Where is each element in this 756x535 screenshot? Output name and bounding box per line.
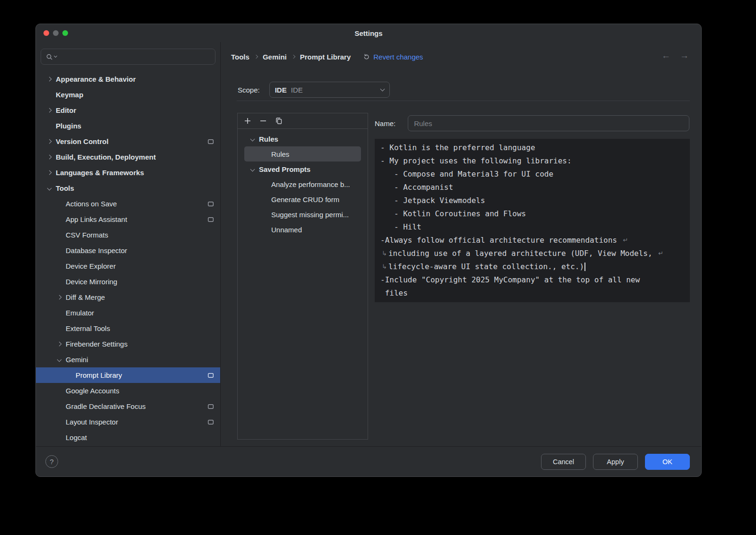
- settings-content: Tools Gemini Prompt Library Revert chang…: [221, 42, 701, 446]
- prompt-item-suggest-missing-permi[interactable]: Suggest missing permi...: [238, 207, 368, 222]
- chevron-slot: [48, 155, 56, 159]
- sidebar-item-version-control[interactable]: Version Control: [36, 134, 220, 149]
- chevron-down-icon[interactable]: [251, 168, 259, 171]
- breadcrumb-gemini[interactable]: Gemini: [263, 53, 287, 61]
- sidebar-item-csv-formats[interactable]: CSV Formats: [36, 227, 220, 243]
- forward-icon[interactable]: →: [680, 51, 689, 61]
- cancel-button[interactable]: Cancel: [541, 454, 586, 470]
- breadcrumb-prompt-library: Prompt Library: [300, 53, 351, 61]
- sidebar-item-label: Prompt Library: [76, 371, 122, 379]
- sidebar-item-label: Database Inspector: [66, 246, 127, 255]
- monitor-icon: [207, 217, 214, 222]
- settings-search[interactable]: [41, 49, 215, 65]
- sidebar-item-gradle-declarative-focus[interactable]: Gradle Declarative Focus: [36, 399, 220, 414]
- help-button[interactable]: ?: [45, 455, 58, 468]
- prompt-item-saved-prompts[interactable]: Saved Prompts: [238, 161, 368, 177]
- sidebar-item-keymap[interactable]: Keymap: [36, 87, 220, 102]
- sidebar-item-appearance-behavior[interactable]: Appearance & Behavior: [36, 71, 220, 87]
- prompt-item-unnamed[interactable]: Unnamed: [238, 222, 368, 237]
- breadcrumb-separator-icon: [254, 55, 258, 59]
- sidebar-item-device-mirroring[interactable]: Device Mirroring: [36, 274, 220, 289]
- sidebar-item-label: Appearance & Behavior: [56, 75, 136, 83]
- soft-wrap-icon: ↳: [382, 260, 387, 273]
- remove-icon[interactable]: [258, 116, 268, 126]
- ok-button[interactable]: OK: [645, 454, 690, 470]
- sidebar-item-external-tools[interactable]: External Tools: [36, 321, 220, 336]
- sidebar-item-emulator[interactable]: Emulator: [36, 305, 220, 321]
- sidebar-item-device-explorer[interactable]: Device Explorer: [36, 258, 220, 274]
- chevron-right-icon[interactable]: [47, 77, 52, 82]
- prompt-item-analyze-performance-b[interactable]: Analyze performance b...: [238, 177, 368, 192]
- chevron-down-icon[interactable]: [57, 357, 62, 362]
- monitor-icon: [207, 404, 214, 409]
- sidebar-item-app-links-assistant[interactable]: App Links Assistant: [36, 212, 220, 227]
- prompt-item-label: Unnamed: [271, 226, 302, 234]
- sidebar-item-label: Emulator: [66, 309, 94, 317]
- chevron-slot: [58, 342, 66, 346]
- sidebar-item-plugins[interactable]: Plugins: [36, 118, 220, 134]
- sidebar-item-build-execution-deployment[interactable]: Build, Execution, Deployment: [36, 149, 220, 165]
- revert-changes-link[interactable]: Revert changes: [363, 53, 423, 61]
- chevron-down-icon[interactable]: [47, 186, 52, 191]
- sidebar-item-layout-inspector[interactable]: Layout Inspector: [36, 414, 220, 430]
- search-input[interactable]: [58, 53, 210, 60]
- prompt-item-label: Saved Prompts: [259, 165, 310, 173]
- breadcrumb-tools[interactable]: Tools: [231, 53, 249, 61]
- close-button[interactable]: [43, 30, 49, 36]
- zoom-button[interactable]: [62, 30, 68, 36]
- chevron-right-icon[interactable]: [47, 139, 52, 144]
- chevron-right-icon[interactable]: [47, 155, 52, 160]
- apply-button[interactable]: Apply: [593, 454, 638, 470]
- prompt-list-panel: RulesRulesSaved PromptsAnalyze performan…: [237, 113, 368, 440]
- editor-line: ↳including use of a layered architecture…: [380, 247, 684, 260]
- name-input[interactable]: [408, 115, 689, 131]
- sidebar-item-label: App Links Assistant: [66, 215, 127, 223]
- prompt-item-rules[interactable]: Rules: [244, 146, 361, 161]
- add-icon[interactable]: [243, 116, 252, 126]
- monitor-icon: [207, 201, 214, 207]
- prompt-tree[interactable]: RulesRulesSaved PromptsAnalyze performan…: [238, 129, 368, 237]
- editor-line: - Kotlin Coroutines and Flows: [380, 207, 684, 221]
- sidebar-item-database-inspector[interactable]: Database Inspector: [36, 243, 220, 258]
- sidebar-item-languages-frameworks[interactable]: Languages & Frameworks: [36, 165, 220, 180]
- editor-line: - My project uses the following librarie…: [380, 154, 684, 168]
- editor-line: -Always follow official architecture rec…: [380, 234, 684, 247]
- title-bar[interactable]: Settings: [36, 24, 701, 42]
- copy-icon[interactable]: [274, 116, 284, 126]
- chevron-slot: [48, 171, 56, 174]
- chevron-slot: [48, 187, 56, 190]
- chevron-right-icon[interactable]: [57, 342, 62, 347]
- settings-tree[interactable]: Appearance & BehaviorKeymapEditorPlugins…: [36, 71, 220, 446]
- sidebar-item-diff-merge[interactable]: Diff & Merge: [36, 289, 220, 305]
- prompt-item-rules[interactable]: Rules: [238, 131, 368, 146]
- prompt-item-label: Analyze performance b...: [271, 180, 350, 188]
- sidebar-item-tools[interactable]: Tools: [36, 180, 220, 196]
- scope-label: Scope:: [238, 86, 260, 94]
- sidebar-item-google-accounts[interactable]: Google Accounts: [36, 383, 220, 399]
- name-label: Name:: [375, 119, 395, 127]
- sidebar-item-logcat[interactable]: Logcat: [36, 430, 220, 445]
- sidebar-item-label: Firebender Settings: [66, 340, 128, 348]
- chevron-right-icon[interactable]: [47, 170, 52, 175]
- chevron-right-icon[interactable]: [57, 295, 62, 300]
- sidebar-item-actions-on-save[interactable]: Actions on Save: [36, 196, 220, 212]
- sidebar-item-prompt-library[interactable]: Prompt Library: [36, 367, 220, 383]
- scope-dropdown[interactable]: IDE IDE: [269, 82, 390, 98]
- soft-wrap-icon: ↳: [382, 247, 387, 260]
- chevron-right-icon[interactable]: [47, 108, 52, 113]
- sidebar-item-label: Actions on Save: [66, 200, 117, 208]
- sidebar-item-editor[interactable]: Editor: [36, 102, 220, 118]
- sidebar-item-gemini[interactable]: Gemini: [36, 352, 220, 367]
- prompt-item-generate-crud-form[interactable]: Generate CRUD form: [238, 192, 368, 207]
- back-icon[interactable]: ←: [662, 51, 670, 61]
- minimize-button[interactable]: [53, 30, 59, 36]
- sidebar-item-label: External Tools: [66, 324, 110, 332]
- sidebar-item-label: Editor: [56, 106, 76, 114]
- sidebar-item-label: Keymap: [56, 91, 83, 99]
- prompt-item-label: Rules: [271, 150, 289, 158]
- chevron-down-icon[interactable]: [251, 137, 259, 141]
- sidebar-item-label: Gemini: [66, 356, 88, 364]
- search-history-chevron-icon[interactable]: [54, 54, 57, 58]
- sidebar-item-firebender-settings[interactable]: Firebender Settings: [36, 336, 220, 352]
- prompt-editor[interactable]: - Kotlin is the preferred language- My p…: [375, 139, 690, 302]
